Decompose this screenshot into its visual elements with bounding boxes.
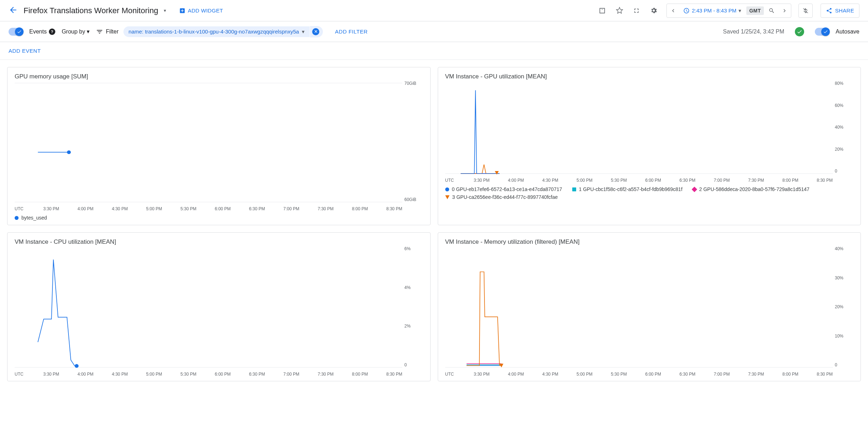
time-range-label: 2:43 PM - 8:43 PM: [692, 7, 736, 14]
plus-box-icon: [179, 7, 186, 14]
legend-item[interactable]: 2 GPU-586ddeca-2020-8ba0-57f6-729a8c1d51…: [692, 186, 809, 192]
chart-title: VM Instance - Memory utilization (filter…: [445, 238, 854, 246]
chart-title: VM Instance - GPU utilization [MEAN]: [445, 73, 854, 80]
chart-title: VM Instance - CPU utilization [MEAN]: [15, 238, 423, 246]
y-tick: 0: [835, 362, 837, 367]
x-tick: 5:30 PM: [611, 372, 627, 377]
x-tick: 6:00 PM: [215, 372, 231, 377]
svg-marker-4: [495, 171, 499, 175]
x-tick: 7:00 PM: [714, 178, 730, 183]
x-tick: 4:00 PM: [508, 372, 524, 377]
x-tick: 3:30 PM: [43, 206, 59, 211]
time-next-button[interactable]: [778, 4, 791, 17]
y-tick: 40%: [835, 246, 843, 251]
y-tick: 40%: [835, 125, 843, 130]
x-tick: 4:00 PM: [77, 206, 93, 211]
events-toggle[interactable]: [9, 28, 23, 36]
y-tick: 10%: [835, 334, 843, 339]
x-tick: 7:30 PM: [748, 178, 764, 183]
legend-item[interactable]: 1 GPU-cbc1f58c-c6f2-a557-b4cf-fdb9b969c8…: [572, 186, 682, 192]
title-dropdown[interactable]: ▾: [164, 8, 166, 13]
x-tick: 7:00 PM: [283, 372, 299, 377]
time-range-controls: 2:43 PM - 8:43 PM ▾ GMT: [666, 4, 791, 18]
gear-icon[interactable]: [647, 4, 660, 17]
chart-plot[interactable]: [15, 248, 402, 367]
x-tick: 4:30 PM: [542, 178, 558, 183]
add-filter-button[interactable]: ADD FILTER: [335, 29, 367, 35]
x-tick: 6:30 PM: [249, 206, 265, 211]
filter-icon: [96, 28, 103, 35]
fullscreen-icon[interactable]: [630, 4, 643, 17]
x-tick: 5:00 PM: [577, 372, 593, 377]
time-search-button[interactable]: [765, 4, 778, 17]
time-prev-button[interactable]: [667, 4, 680, 17]
x-tick: 6:30 PM: [680, 178, 696, 183]
group-by-label: Group by: [62, 29, 85, 35]
filter-control[interactable]: Filter: [96, 28, 119, 35]
x-label: UTC: [15, 206, 24, 211]
y-tick: 60%: [835, 103, 843, 108]
star-icon[interactable]: [613, 4, 626, 17]
filter-chip-text: name: translations-1-b-linux-v100-gpu-4-…: [128, 29, 299, 35]
events-label: Events?: [29, 29, 55, 35]
time-range-picker[interactable]: 2:43 PM - 8:43 PM ▾: [680, 4, 745, 17]
x-tick: 7:30 PM: [748, 372, 764, 377]
x-tick: 6:00 PM: [645, 372, 661, 377]
share-button[interactable]: SHARE: [821, 4, 859, 18]
saved-check-icon: [795, 27, 804, 36]
x-tick: 6:30 PM: [249, 372, 265, 377]
x-tick: 4:30 PM: [542, 372, 558, 377]
group-by-dropdown[interactable]: Group by ▾: [62, 28, 90, 35]
share-label: SHARE: [835, 7, 854, 14]
x-tick: 8:00 PM: [782, 178, 798, 183]
legend-item[interactable]: 3 GPU-ca2656ee-f36c-ed44-f77c-8997740fcf…: [445, 194, 558, 200]
add-event-button[interactable]: ADD EVENT: [9, 48, 41, 54]
x-tick: 5:30 PM: [181, 372, 197, 377]
y-tick: 4%: [405, 285, 411, 290]
y-tick: 2%: [405, 324, 411, 329]
x-tick: 8:00 PM: [352, 206, 368, 211]
autosave-label: Autosave: [836, 29, 859, 35]
y-tick: 0: [835, 169, 837, 174]
y-tick: 30%: [835, 275, 843, 280]
x-tick: 5:30 PM: [181, 206, 197, 211]
x-label: UTC: [15, 372, 24, 377]
back-button[interactable]: [9, 5, 18, 16]
legend-item[interactable]: 0 GPU-eb17efe6-6572-6a13-ce1a-e47cda8707…: [445, 186, 562, 192]
add-widget-button[interactable]: ADD WIDGET: [179, 7, 223, 14]
x-label: UTC: [445, 372, 454, 377]
chart-plot[interactable]: [445, 248, 833, 367]
chart-card-memory-utilization: VM Instance - Memory utilization (filter…: [438, 232, 861, 381]
x-tick: 8:30 PM: [386, 372, 402, 377]
filter-chip-remove[interactable]: ✕: [312, 28, 319, 35]
svg-point-6: [75, 364, 78, 368]
chart-plot[interactable]: [15, 83, 402, 202]
help-icon[interactable]: ?: [49, 29, 55, 35]
x-tick: 5:30 PM: [611, 178, 627, 183]
x-tick: 5:00 PM: [577, 178, 593, 183]
x-tick: 5:00 PM: [146, 206, 162, 211]
timezone-badge[interactable]: GMT: [746, 6, 764, 15]
autosave-toggle[interactable]: [815, 28, 829, 36]
refresh-off-icon[interactable]: [798, 4, 813, 18]
add-widget-label: ADD WIDGET: [188, 7, 223, 14]
chart-plot[interactable]: [445, 83, 833, 174]
x-tick: 8:00 PM: [352, 372, 368, 377]
y-tick: 60GiB: [405, 197, 416, 202]
chevron-down-icon: ▾: [302, 29, 305, 35]
x-tick: 6:00 PM: [215, 206, 231, 211]
svg-point-2: [67, 150, 71, 154]
chart-card-gpu-utilization: VM Instance - GPU utilization [MEAN] 80%…: [438, 67, 861, 225]
legend-item[interactable]: bytes_used: [15, 215, 47, 221]
y-tick: 0: [405, 362, 407, 367]
x-tick: 4:00 PM: [508, 178, 524, 183]
chart-title: GPU memory usage [SUM]: [15, 73, 423, 80]
filter-chip[interactable]: name: translations-1-b-linux-v100-gpu-4-…: [123, 26, 310, 37]
x-tick: 3:30 PM: [474, 178, 490, 183]
x-tick: 3:30 PM: [43, 372, 59, 377]
chart-config-icon[interactable]: [596, 4, 609, 17]
x-tick: 7:00 PM: [283, 206, 299, 211]
chart-card-gpu-memory: GPU memory usage [SUM] 70GiB 60GiB UTC 3…: [7, 67, 431, 225]
y-tick: 6%: [405, 246, 411, 251]
x-tick: 3:30 PM: [474, 372, 490, 377]
